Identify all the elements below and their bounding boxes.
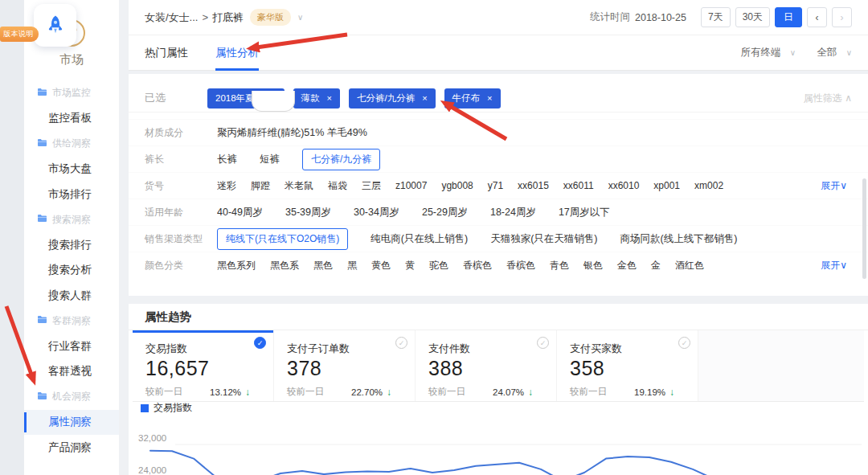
attribute-option[interactable]: xp001 bbox=[653, 180, 680, 191]
metric-card[interactable]: ✓支付子订单数378较前一日22.70%↓ bbox=[274, 330, 416, 401]
attribute-option[interactable]: 银色 bbox=[583, 259, 603, 272]
range-button[interactable]: 30天 bbox=[735, 7, 770, 27]
sidebar-item[interactable]: 搜索分析 bbox=[24, 258, 119, 284]
sidebar-item[interactable]: 市场排行 bbox=[24, 182, 119, 207]
attribute-option[interactable]: 18-24周岁 bbox=[490, 206, 536, 219]
sidebar-section: 机会洞察 bbox=[24, 384, 119, 410]
attribute-option[interactable]: 黑色系列 bbox=[217, 259, 256, 272]
sidebar-item-label: 属性洞察 bbox=[48, 415, 92, 429]
attribute-option[interactable]: 黑色系 bbox=[270, 259, 299, 272]
sidebar-item[interactable]: 监控看板 bbox=[24, 106, 119, 132]
chevron-down-icon: ∨ bbox=[790, 48, 796, 57]
attribute-option[interactable]: 金色 bbox=[617, 259, 637, 272]
terminal-dropdown-label: 所有终端 bbox=[740, 47, 780, 58]
check-circle-icon[interactable]: ✓ bbox=[537, 337, 549, 349]
attribute-option[interactable]: z10007 bbox=[395, 180, 427, 191]
attribute-label: 颜色分类 bbox=[145, 259, 217, 272]
expand-link[interactable]: 展开∨ bbox=[813, 259, 847, 272]
attribute-filter-toggle[interactable]: 属性筛选 ∧ bbox=[804, 92, 852, 105]
attribute-filter-toggle-label: 属性筛选 bbox=[804, 92, 842, 104]
breadcrumb-parent[interactable]: 女装/女士... bbox=[145, 10, 198, 25]
filter-tag[interactable]: 七分裤/九分裤× bbox=[349, 88, 436, 109]
check-circle-icon[interactable]: ✓ bbox=[395, 337, 407, 349]
attribute-option[interactable]: 青色 bbox=[550, 259, 569, 272]
attribute-option[interactable]: 黑 bbox=[347, 259, 357, 272]
sidebar-item-label: 市场排行 bbox=[48, 187, 92, 202]
check-circle-icon[interactable]: ✓ bbox=[254, 337, 266, 349]
scrollbar-thumb[interactable] bbox=[862, 178, 866, 279]
selected-label: 已选 bbox=[145, 91, 207, 105]
range-button[interactable]: 7天 bbox=[701, 7, 731, 27]
sidebar-item[interactable]: 搜索人群 bbox=[24, 283, 119, 309]
sidebar-item[interactable]: 客群透视 bbox=[24, 359, 119, 385]
compare-label: 较前一日 bbox=[428, 386, 481, 398]
attribute-option[interactable]: y71 bbox=[488, 180, 503, 191]
filter-tag[interactable]: 牛仔布× bbox=[444, 88, 501, 109]
sidebar-item[interactable]: 行业客群 bbox=[24, 334, 119, 359]
sidebar: 市场 市场监控监控看板供给洞察市场大盘市场排行搜索洞察搜索排行搜索分析搜索人群客… bbox=[24, 0, 119, 475]
sidebar-item[interactable]: 产品洞察 bbox=[24, 435, 119, 461]
sidebar-item[interactable]: 搜索排行 bbox=[24, 232, 119, 258]
filter-tag[interactable]: 薄款× bbox=[293, 88, 340, 109]
attribute-option[interactable]: xx6015 bbox=[518, 180, 549, 191]
down-arrow-icon: ↓ bbox=[528, 387, 533, 398]
scope-dropdown[interactable]: 全部 ∨ bbox=[817, 46, 852, 59]
attribute-option[interactable]: 17周岁以下 bbox=[559, 206, 610, 219]
attribute-option[interactable]: 商场同款(线上线下都销售) bbox=[620, 232, 738, 246]
metric-value: 16,657 bbox=[145, 357, 273, 380]
attribute-option[interactable]: 黄色 bbox=[371, 259, 391, 272]
remove-tag-icon[interactable]: × bbox=[422, 93, 427, 103]
metric-card[interactable]: ✓交易指数16,657较前一日13.12%↓ bbox=[133, 330, 274, 401]
version-widget[interactable] bbox=[34, 4, 76, 47]
attribute-option[interactable]: 香槟色 bbox=[506, 259, 535, 272]
attribute-option[interactable]: 香槟色 bbox=[463, 259, 492, 272]
tab-attribute-analysis[interactable]: 属性分析 bbox=[215, 35, 259, 71]
attribute-option[interactable]: 酒红色 bbox=[675, 259, 704, 272]
tab-hot-attributes[interactable]: 热门属性 bbox=[145, 35, 188, 71]
sidebar-item-label: 市场大盘 bbox=[48, 162, 92, 176]
attribute-option[interactable]: 40-49周岁 bbox=[217, 206, 263, 219]
range-button[interactable]: 日 bbox=[775, 7, 802, 27]
remove-tag-icon[interactable]: × bbox=[327, 93, 332, 103]
attribute-option[interactable]: 金 bbox=[651, 259, 661, 272]
chevron-down-icon[interactable]: ∨ bbox=[297, 13, 303, 22]
attribute-option[interactable]: 迷彩 bbox=[217, 179, 236, 193]
attribute-option[interactable]: 天猫独家(只在天猫销售) bbox=[490, 232, 597, 246]
attribute-option[interactable]: 长裤 bbox=[217, 153, 237, 166]
attribute-option[interactable]: 短裤 bbox=[260, 153, 280, 166]
metric-card[interactable]: ✓支付件数388较前一日24.07%↓ bbox=[416, 330, 557, 401]
sidebar-item-label: 机会洞察 bbox=[52, 390, 91, 403]
sidebar-item[interactable]: 市场大盘 bbox=[24, 157, 119, 182]
terminal-dropdown[interactable]: 所有终端 ∨ bbox=[740, 46, 796, 59]
attribute-option-selected[interactable]: 七分裤/九分裤 bbox=[302, 149, 380, 170]
attribute-option[interactable]: xm002 bbox=[694, 180, 723, 191]
attribute-option[interactable]: 聚丙烯腈纤维(腈纶)51% 羊毛49% bbox=[217, 126, 367, 140]
trend-panel: 属性趋势 ✓交易指数16,657较前一日13.12%↓✓支付子订单数378较前一… bbox=[129, 304, 868, 475]
attribute-option[interactable]: 纯电商(只在线上销售) bbox=[371, 232, 468, 246]
next-day-button[interactable]: › bbox=[832, 7, 852, 27]
check-circle-icon[interactable]: ✓ bbox=[678, 337, 690, 349]
attribute-option-selected[interactable]: 纯线下(只在线下O2O销售) bbox=[217, 228, 348, 250]
attribute-option[interactable]: 脚蹬 bbox=[251, 179, 270, 193]
version-badge[interactable]: 版本说明 bbox=[0, 27, 39, 42]
attribute-option[interactable]: 黑色 bbox=[313, 259, 333, 272]
attribute-option[interactable]: ygb008 bbox=[441, 180, 473, 191]
attribute-option[interactable]: 驼色 bbox=[429, 259, 448, 272]
attribute-option[interactable]: xx6011 bbox=[563, 180, 594, 191]
attribute-option[interactable]: xx6010 bbox=[608, 180, 640, 191]
metric-card[interactable]: ✓支付买家数358较前一日19.19%↓ bbox=[557, 330, 698, 401]
prev-day-button[interactable]: ‹ bbox=[807, 7, 827, 27]
attribute-option[interactable]: 三层 bbox=[362, 179, 381, 193]
attribute-option[interactable]: 25-29周岁 bbox=[422, 206, 468, 219]
expand-link[interactable]: 展开∨ bbox=[813, 179, 847, 193]
attribute-option[interactable]: 30-34周岁 bbox=[354, 206, 399, 219]
remove-tag-icon[interactable]: × bbox=[487, 93, 492, 103]
sidebar-item[interactable]: 属性洞察 bbox=[24, 410, 119, 436]
attribute-option[interactable]: 35-39周岁 bbox=[285, 206, 331, 219]
attribute-option[interactable]: 福袋 bbox=[328, 179, 347, 193]
compare-percent: 19.19% bbox=[634, 387, 665, 397]
attribute-option[interactable]: 黄 bbox=[405, 259, 415, 272]
sidebar-item-label: 监控看板 bbox=[48, 111, 92, 125]
attribute-option[interactable]: 米老鼠 bbox=[285, 179, 313, 193]
breadcrumb-current[interactable]: 打底裤 bbox=[212, 10, 244, 25]
